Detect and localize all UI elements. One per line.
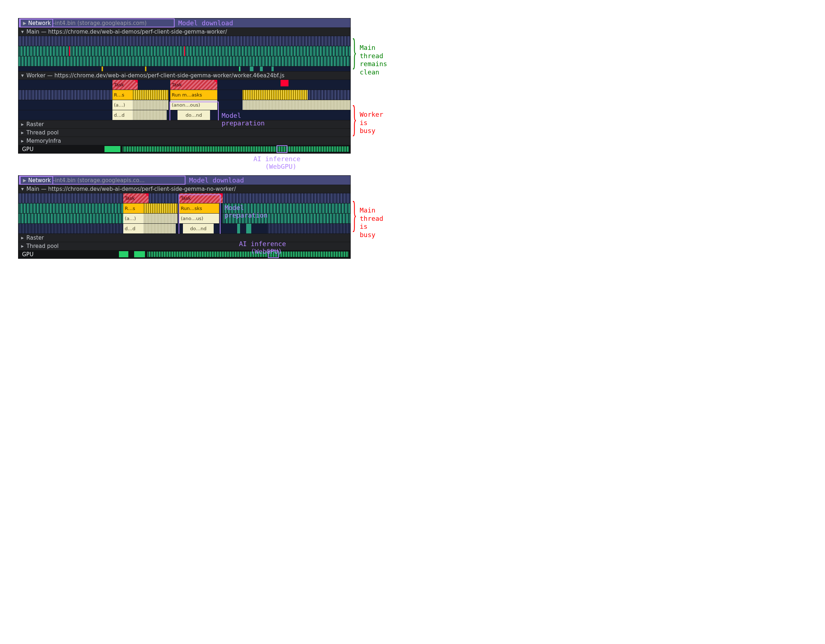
main-lane-1[interactable] [19,46,350,56]
network-label: Network [28,20,51,26]
do-block[interactable]: do…nd [178,110,210,120]
main-lane-anon[interactable]: (a…) (ano…us) [19,213,350,224]
network-file: -int4.bin (storage.googleapis.co… [53,177,145,184]
gpu-activity-stripes[interactable] [122,147,349,152]
chevron-down-icon: ▼ [20,73,25,78]
main-track-label: Main — https://chrome.dev/web-ai-demos/p… [26,186,236,192]
annotation-model-prep: Modelpreparation [222,112,265,127]
anon-block[interactable]: (anon…ous) [170,100,217,110]
main-lane-0[interactable] [19,36,350,46]
do-block[interactable]: do…nd [183,224,214,233]
task-block[interactable]: Task [179,193,223,203]
chevron-right-icon: ▶ [20,122,25,127]
main-lane-do[interactable]: d…d do…nd [19,224,350,234]
run-block[interactable]: Run…sks [179,204,219,213]
raster-track[interactable]: ▶ Raster [19,234,350,242]
worker-track-label: Worker — https://chrome.dev/web-ai-demos… [26,72,284,79]
task-block[interactable]: Task [123,193,148,203]
gpu-label: GPU [19,251,34,258]
main-track-label: Main — https://chrome.dev/web-ai-demos/p… [26,29,227,35]
raster-track[interactable]: ▶ Raster [19,120,350,129]
annotation-ai-inference: AI inference (WebGPU) [253,155,300,170]
threadpool-label: Thread pool [26,130,59,136]
main-track-header[interactable]: ▼ Main — https://chrome.dev/web-ai-demos… [19,28,350,36]
gpu-label: GPU [19,146,34,153]
main-lane-run[interactable]: R…s Run…sks [19,204,350,213]
annotation-model-prep: Modelpreparation [224,204,267,219]
annotation-model-download: Model download [178,19,233,27]
task-block[interactable]: Task [170,80,217,90]
threadpool-label: Thread pool [26,243,59,249]
annotation-worker-busy: } Workeris busy [358,111,383,135]
threadpool-track[interactable]: ▶ Thread pool [19,129,350,137]
chevron-right-icon: ▶ [20,235,25,240]
worker-track-header[interactable]: ▼ Worker — https://chrome.dev/web-ai-dem… [19,71,350,80]
network-label: Network [28,177,51,184]
worker-lane-run[interactable]: R…s Run m…asks [19,90,350,100]
gpu-track[interactable]: GPU [19,250,350,258]
memoryinfra-track[interactable]: ▶ MemoryInfra [19,137,350,145]
gpu-track[interactable]: GPU [19,145,350,153]
chevron-right-icon: ▶ [22,21,27,26]
anon-block[interactable]: (a…) [123,213,143,223]
gpu-activity[interactable] [105,146,121,152]
threadpool-track[interactable]: ▶ Thread pool [19,242,350,250]
task-block[interactable]: Task [113,80,138,90]
trace-panel-worker: ▶ Network -int4.bin (storage.googleapis.… [18,18,351,154]
chevron-right-icon: ▶ [20,244,25,249]
run-block[interactable]: Run m…asks [170,90,217,100]
chevron-right-icon: ▶ [20,138,25,144]
chevron-down-icon: ▼ [20,29,25,34]
network-track[interactable]: ▶ Network -int4.bin (storage.googleapis.… [19,176,350,185]
annotation-model-download: Model download [189,176,244,184]
do-block[interactable]: d…d [113,110,132,120]
run-block[interactable]: R…s [123,204,143,213]
main-lane-3[interactable] [19,66,350,71]
raster-label: Raster [26,121,44,128]
raster-label: Raster [26,235,44,241]
memoryinfra-label: MemoryInfra [26,138,61,144]
do-block[interactable]: d…d [123,224,143,233]
main-lane-tasks[interactable]: Task Task [19,193,350,204]
chevron-right-icon: ▶ [22,178,27,183]
gpu-activity[interactable] [119,251,128,257]
annotation-ai-inference: AI inference (WebGPU) [239,240,286,255]
worker-lane-anon[interactable]: (a…) (anon…ous) [19,100,350,110]
chevron-down-icon: ▼ [20,187,25,192]
annotation-main-clean: } Main threadremains clean [358,44,387,76]
chevron-right-icon: ▶ [20,130,25,135]
gpu-activity[interactable] [134,251,145,257]
annotation-main-busy: } Main threadis busy [358,206,383,239]
main-lane-2[interactable] [19,56,350,66]
trace-panel-no-worker: ▶ Network -int4.bin (storage.googleapis.… [18,175,351,259]
anon-block[interactable]: (a…) [113,100,132,110]
anon-block[interactable]: (ano…us) [179,213,219,223]
main-track-header[interactable]: ▼ Main — https://chrome.dev/web-ai-demos… [19,185,350,193]
worker-lane-do[interactable]: d…d do…nd [19,110,350,120]
worker-lane-tasks[interactable]: Task Task [19,80,350,90]
run-block[interactable]: R…s [113,90,132,100]
network-file: -int4.bin (storage.googleapis.com) [53,20,147,26]
